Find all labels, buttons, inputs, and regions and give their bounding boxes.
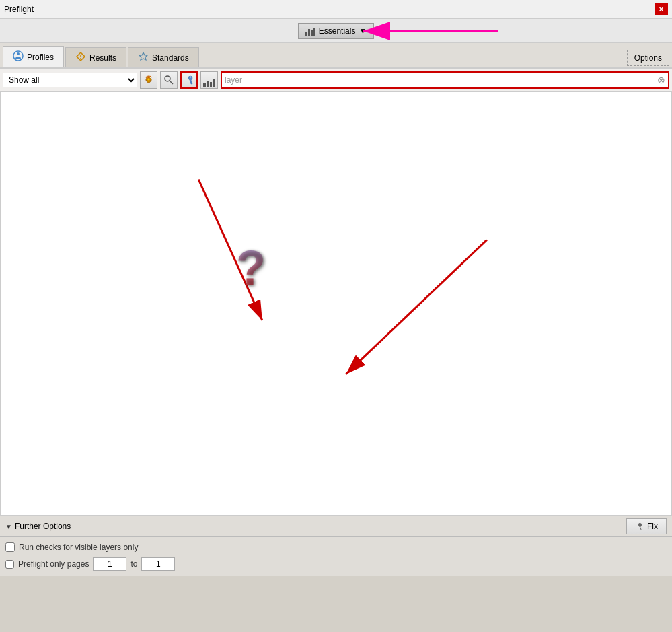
tab-standards[interactable]: Standards — [128, 47, 199, 67]
tabs-area: Profiles Results Standards Options — [0, 43, 672, 69]
title-bar: Preflight × — [0, 0, 672, 19]
search-clear-icon[interactable]: ⊗ — [655, 73, 668, 87]
pink-arrow-annotation — [357, 17, 505, 44]
bar-chart-btn[interactable] — [200, 71, 218, 89]
bottom-options: Run checks for visible layers only Prefl… — [0, 537, 672, 576]
triangle-icon: ▼ — [5, 523, 12, 530]
svg-rect-12 — [190, 76, 191, 78]
tab-standards-label: Standards — [152, 53, 189, 63]
tab-profiles-label: Profiles — [27, 52, 54, 62]
settings-icon-btn[interactable] — [140, 71, 157, 89]
visible-layers-label: Run checks for visible layers only — [19, 542, 138, 552]
wrench-icon-btn[interactable] — [180, 71, 198, 89]
fix-button[interactable]: Fix — [626, 518, 667, 534]
profiles-icon — [13, 50, 24, 63]
show-all-select[interactable]: Show all — [3, 73, 137, 87]
svg-marker-6 — [139, 52, 147, 60]
svg-point-9 — [148, 78, 150, 80]
page-separator: to — [130, 559, 137, 569]
tab-results[interactable]: Results — [65, 47, 126, 67]
svg-point-5 — [80, 58, 81, 59]
svg-line-15 — [346, 240, 486, 374]
svg-point-10 — [165, 76, 170, 81]
results-icon — [75, 51, 86, 64]
essentials-label: Essentials — [319, 26, 356, 36]
search-wrapper: ⊗ — [221, 71, 669, 89]
tab-results-label: Results — [89, 53, 116, 63]
tab-profiles[interactable]: Profiles — [3, 46, 64, 67]
essentials-bar: Essentials ▼ — [0, 19, 672, 43]
preflight-pages-row: Preflight only pages to — [5, 557, 667, 571]
bar-chart-icon — [305, 26, 315, 36]
svg-line-11 — [170, 81, 173, 84]
svg-point-3 — [17, 52, 20, 55]
visible-layers-checkbox[interactable] — [5, 542, 15, 552]
further-options-bar: ▼ Further Options Fix — [0, 516, 672, 537]
page-to-input[interactable] — [141, 557, 175, 571]
main-content: ? — [0, 92, 672, 516]
toolbar: Show all ⊗ — [0, 69, 672, 92]
preflight-pages-checkbox[interactable] — [5, 560, 14, 569]
question-mark-icon: ? — [236, 240, 266, 295]
search-icon-btn[interactable] — [160, 71, 178, 89]
options-button[interactable]: Options — [627, 50, 669, 66]
standards-icon — [138, 51, 149, 64]
page-from-input[interactable] — [93, 557, 126, 571]
further-options-title: ▼ Further Options — [5, 522, 71, 531]
search-input[interactable] — [222, 75, 655, 85]
annotation-arrows — [1, 92, 671, 515]
window-title: Preflight — [4, 5, 34, 14]
visible-layers-row: Run checks for visible layers only — [5, 542, 667, 552]
close-button[interactable]: × — [655, 3, 668, 15]
preflight-pages-label: Preflight only pages — [18, 559, 89, 569]
fix-label: Fix — [647, 522, 658, 531]
further-options-label: Further Options — [15, 522, 71, 531]
